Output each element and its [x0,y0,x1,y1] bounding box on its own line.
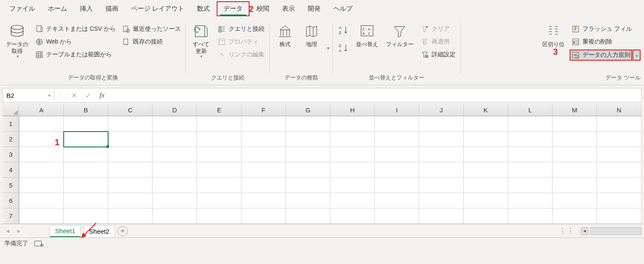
add-sheet-button[interactable]: ＋ [118,226,128,236]
cell[interactable] [375,162,419,178]
col-header[interactable]: C [108,104,153,116]
filter-button[interactable]: フィルター [383,22,416,49]
chevron-down-icon[interactable]: ▾ [327,45,329,51]
recent-sources-button[interactable]: 最近使ったソース [120,24,182,34]
cell[interactable] [197,162,241,178]
scroll-left-button[interactable]: ◄ [581,227,588,235]
cell[interactable] [108,162,153,178]
menu-view[interactable]: 表示 [276,2,301,15]
cell[interactable] [241,147,286,162]
col-header[interactable]: H [330,104,375,116]
col-header[interactable]: B [64,104,108,116]
menu-formulas[interactable]: 数式 [191,2,216,15]
menu-data[interactable]: データ [217,1,250,16]
cell[interactable] [64,193,108,208]
cell[interactable] [508,178,553,193]
cell[interactable] [419,116,464,132]
row-header[interactable]: 3 [3,147,19,162]
cell[interactable] [553,116,597,132]
cell[interactable] [286,178,330,193]
cell[interactable] [419,132,464,147]
cell[interactable] [153,162,197,178]
row-header[interactable]: 4 [3,162,19,178]
cell[interactable] [64,132,108,147]
cell[interactable] [597,132,641,147]
cell[interactable] [419,208,464,224]
geography-button[interactable]: 地理 [300,22,323,49]
cell[interactable] [286,208,330,224]
cell[interactable] [19,208,64,224]
cell[interactable] [108,208,153,224]
queries-connections-button[interactable]: クエリと接続 [216,24,266,34]
cell[interactable] [197,193,241,208]
cell[interactable] [419,162,464,178]
cell[interactable] [330,116,375,132]
menu-home[interactable]: ホーム [42,2,73,15]
cell[interactable] [375,208,419,224]
cell[interactable] [508,132,553,147]
row-header[interactable]: 6 [3,193,19,208]
cell[interactable] [153,178,197,193]
cell[interactable] [419,178,464,193]
cell[interactable] [464,178,508,193]
cell[interactable] [508,147,553,162]
cell[interactable] [597,147,641,162]
cell[interactable] [286,193,330,208]
text-to-columns-button[interactable]: 区切り位 [540,22,567,49]
sheet-nav-next[interactable]: ► [15,228,23,234]
cell[interactable] [241,162,286,178]
edit-links-button[interactable]: リンクの編集 [216,50,266,60]
cell[interactable] [197,147,241,162]
data-validation-button[interactable]: データの入力規則 [570,50,632,61]
select-all-corner[interactable] [3,104,19,116]
cell[interactable] [464,147,508,162]
cell[interactable] [153,208,197,224]
col-header[interactable]: A [19,104,64,116]
cell[interactable] [375,116,419,132]
cell[interactable] [108,132,153,147]
resize-handle[interactable]: ⋮⋮ [559,227,575,235]
macro-record-icon[interactable] [34,240,44,247]
menu-developer[interactable]: 開発 [302,2,326,15]
flash-fill-button[interactable]: フラッシュ フィル [570,24,641,34]
cell[interactable] [508,116,553,132]
cell[interactable] [553,178,597,193]
col-header[interactable]: F [241,104,286,116]
cell[interactable] [375,132,419,147]
cell[interactable] [597,116,641,132]
col-header[interactable]: D [153,104,197,116]
cell[interactable] [19,162,64,178]
from-web-button[interactable]: Web から [33,37,118,47]
cell[interactable] [553,208,597,224]
sheet-nav-prev[interactable]: ◄ [3,228,12,234]
cell[interactable] [241,208,286,224]
enter-formula-button[interactable]: ✓ [81,91,95,100]
row-header[interactable]: 7 [3,208,19,224]
cell[interactable] [419,147,464,162]
cell[interactable] [108,116,153,132]
cell[interactable] [597,162,641,178]
cell[interactable] [241,178,286,193]
cell[interactable] [597,208,641,224]
row-header[interactable]: 1 [3,116,19,132]
col-header[interactable]: I [375,104,419,116]
properties-button[interactable]: プロパティ [216,37,266,47]
cell[interactable] [464,132,508,147]
stocks-button[interactable]: 株式 [273,22,297,49]
clear-filter-button[interactable]: クリア [419,24,457,34]
horizontal-scrollbar[interactable] [590,227,641,235]
cell[interactable] [375,193,419,208]
cell[interactable] [330,208,375,224]
menu-review[interactable]: 校閲 [250,2,275,15]
cell[interactable] [241,116,286,132]
cell[interactable] [64,178,108,193]
cell[interactable] [153,116,197,132]
cell[interactable] [19,116,64,132]
cell[interactable] [597,178,641,193]
cell[interactable] [197,116,241,132]
col-header[interactable]: M [553,104,597,116]
cell[interactable] [64,147,108,162]
cell[interactable] [508,162,553,178]
cell[interactable] [508,208,553,224]
cell[interactable] [375,178,419,193]
